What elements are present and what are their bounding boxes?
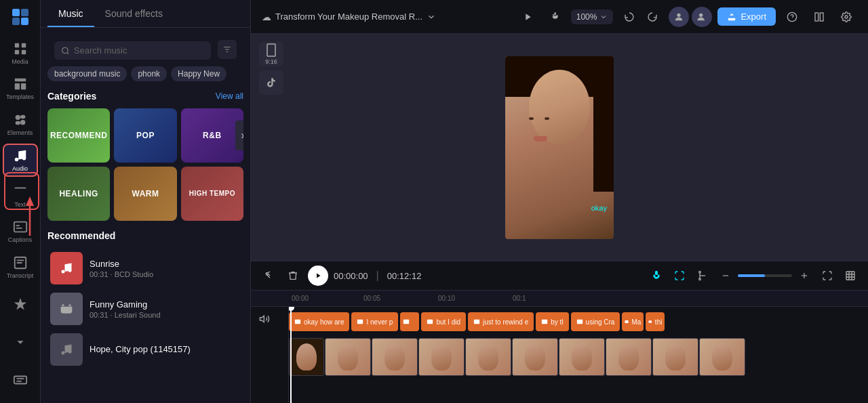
aspect-916-btn[interactable]: 9:16 bbox=[259, 42, 283, 66]
tag-phonk[interactable]: phonk bbox=[131, 66, 167, 81]
video-frame-6[interactable] bbox=[559, 338, 605, 376]
sidebar-item-subtitles[interactable] bbox=[3, 362, 38, 398]
subtitle-chip-7[interactable]: Ma bbox=[622, 312, 644, 331]
aspect-916-icon bbox=[267, 43, 276, 57]
category-healing[interactable]: HEALING bbox=[47, 167, 110, 221]
video-frame-7[interactable] bbox=[606, 338, 652, 376]
svg-rect-45 bbox=[474, 320, 479, 324]
subtitle-chip-2[interactable] bbox=[400, 312, 419, 331]
search-input[interactable] bbox=[74, 45, 204, 56]
zoom-selector[interactable]: 100% bbox=[571, 9, 614, 24]
video-frame-8[interactable] bbox=[652, 338, 698, 376]
sidebar-item-text[interactable]: Text bbox=[3, 179, 38, 213]
play-button[interactable] bbox=[308, 266, 328, 286]
svg-rect-32 bbox=[267, 44, 275, 56]
video-frame-1[interactable] bbox=[325, 338, 371, 376]
ruler-mark-1: 00:05 bbox=[363, 295, 438, 302]
subtitle-chip-0[interactable]: okay how are bbox=[289, 312, 349, 331]
svg-point-12 bbox=[20, 120, 25, 125]
avatar-add[interactable] bbox=[692, 7, 712, 27]
fit-btn[interactable] bbox=[841, 266, 860, 285]
video-thumb-face-5 bbox=[525, 343, 545, 370]
timeline-area: 00:00:00 | 00:12:12 bbox=[251, 261, 868, 403]
ruler-marks: 00:00 00:05 00:10 00:1 bbox=[289, 295, 868, 302]
video-frame-9[interactable] bbox=[699, 338, 745, 376]
split-btn[interactable] bbox=[670, 266, 689, 285]
music-item-sunrise[interactable]: Sunrise 00:31 · BCD Studio bbox=[47, 248, 243, 289]
subtitle-chip-8[interactable]: thi bbox=[646, 312, 665, 331]
trim-btn[interactable] bbox=[259, 266, 278, 285]
sidebar-item-captions[interactable]: Captions bbox=[3, 215, 38, 249]
tag-happy-new[interactable]: Happy New bbox=[171, 66, 226, 81]
subtitle-chip-5[interactable]: by tl bbox=[536, 312, 568, 331]
export-button[interactable]: Export bbox=[717, 7, 776, 26]
play-mode-btn[interactable] bbox=[517, 6, 538, 28]
filter-icon bbox=[222, 45, 232, 54]
minus-icon bbox=[721, 271, 730, 280]
music-item-funny-gaming[interactable]: Funny Gaming 00:31 · Lestari Sound bbox=[47, 289, 243, 329]
svg-rect-40 bbox=[846, 272, 854, 280]
hand-tool-btn[interactable] bbox=[544, 6, 566, 28]
sidebar-item-elements[interactable]: Elements bbox=[3, 108, 38, 141]
zoom-in-btn[interactable] bbox=[795, 266, 814, 285]
categories-next-btn[interactable]: › bbox=[235, 121, 243, 150]
filter-button[interactable] bbox=[218, 40, 237, 59]
playhead[interactable] bbox=[290, 307, 292, 403]
project-name[interactable]: ☁ Transform Your Makeup Removal R... bbox=[262, 12, 436, 22]
sidebar-item-stickers[interactable] bbox=[3, 287, 38, 322]
mic-btn[interactable] bbox=[647, 266, 666, 285]
video-frame-0[interactable] bbox=[289, 338, 324, 376]
panel-content: Categories View all RECOMMEND POP R&B › … bbox=[41, 87, 250, 403]
music-info-sunrise: Sunrise 00:31 · BCD Studio bbox=[90, 259, 241, 278]
tiktok-icon bbox=[266, 77, 277, 88]
topbar-controls: 100% Export bbox=[517, 6, 857, 28]
redo-btn[interactable] bbox=[642, 6, 663, 28]
fullscreen-btn[interactable] bbox=[818, 266, 837, 285]
zoom-track[interactable] bbox=[738, 274, 792, 277]
track-labels bbox=[251, 307, 289, 403]
zoom-out-btn[interactable] bbox=[716, 266, 735, 285]
cut-btn[interactable] bbox=[693, 266, 712, 285]
subtitle-chip-1[interactable]: I never p bbox=[351, 312, 398, 331]
sidebar-collapse-btn[interactable] bbox=[3, 324, 38, 360]
subtitle-chip-6[interactable]: using Cra bbox=[571, 312, 620, 331]
category-recommend[interactable]: RECOMMEND bbox=[47, 108, 110, 163]
top-bar: ☁ Transform Your Makeup Removal R... 100… bbox=[251, 0, 868, 34]
category-rnb[interactable]: R&B › bbox=[181, 108, 243, 163]
settings-btn[interactable] bbox=[835, 6, 857, 28]
undo-btn[interactable] bbox=[618, 6, 640, 28]
svg-rect-3 bbox=[21, 18, 28, 25]
tag-background-music[interactable]: background music bbox=[47, 66, 127, 81]
category-warm[interactable]: WARM bbox=[114, 167, 176, 221]
video-frame-5[interactable] bbox=[512, 338, 558, 376]
volume-icon bbox=[259, 314, 270, 324]
tab-music[interactable]: Music bbox=[47, 0, 94, 27]
tab-sound-effects[interactable]: Sound effects bbox=[94, 0, 174, 27]
video-frame-2[interactable] bbox=[372, 338, 418, 376]
svg-rect-7 bbox=[21, 49, 25, 54]
sidebar-item-transcript[interactable]: Transcript bbox=[3, 251, 38, 284]
svg-rect-20 bbox=[14, 377, 26, 384]
video-frame-3[interactable] bbox=[418, 338, 465, 376]
tracks-content: okay how are I never p but I did bbox=[289, 307, 868, 403]
category-high-tempo[interactable]: HIGH TEMPO bbox=[181, 167, 243, 221]
delete-btn[interactable] bbox=[283, 266, 302, 285]
video-frame-4[interactable] bbox=[465, 338, 511, 376]
svg-rect-49 bbox=[649, 320, 652, 323]
sidebar-item-templates[interactable]: Templates bbox=[3, 72, 38, 105]
view-all-link[interactable]: View all bbox=[216, 91, 243, 101]
category-pop[interactable]: POP bbox=[114, 108, 176, 163]
svg-rect-48 bbox=[625, 320, 629, 323]
svg-rect-14 bbox=[15, 121, 20, 125]
volume-btn[interactable] bbox=[254, 310, 275, 328]
sidebar-item-media[interactable]: Media bbox=[3, 37, 38, 70]
tiktok-btn[interactable] bbox=[259, 70, 283, 95]
aspect-ratio-label: 9:16 bbox=[265, 58, 277, 65]
sidebar-item-audio[interactable]: Audio bbox=[3, 144, 38, 177]
subtitle-chip-3[interactable]: but I did bbox=[421, 312, 466, 331]
subtitle-chip-4[interactable]: just to rewind e bbox=[468, 312, 534, 331]
export-icon bbox=[727, 12, 736, 22]
help-btn[interactable] bbox=[781, 6, 803, 28]
layout-btn[interactable] bbox=[808, 6, 830, 28]
music-item-hope-city-pop[interactable]: Hope, City pop (1145157) bbox=[47, 329, 243, 370]
